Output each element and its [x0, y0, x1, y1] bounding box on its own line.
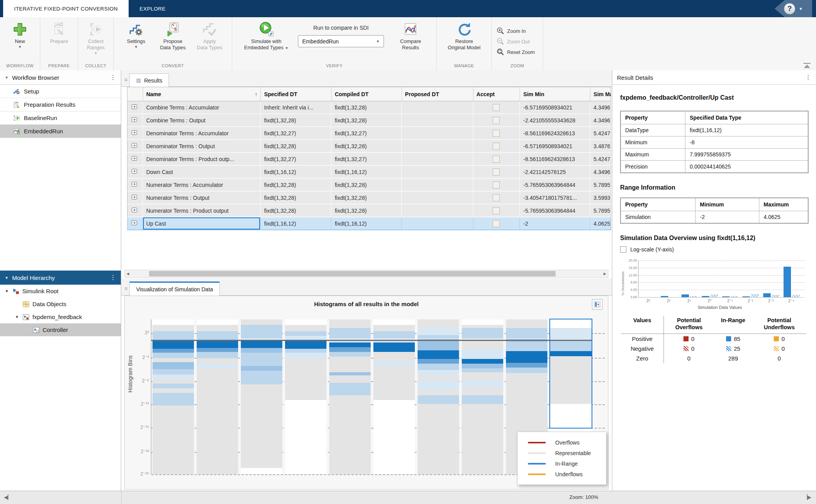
help-button[interactable]: ? ▼ [775, 0, 812, 17]
sim-min-cell: -8.561169624328613 [520, 127, 590, 139]
result-row-down-cast[interactable]: Down Castfixdt(1,16,12)fixdt(1,16,12)-2.… [127, 166, 611, 179]
log-scale-checkbox-row[interactable]: Log-scale (Y-axis) [620, 246, 811, 253]
result-row-numerator-terms-output[interactable]: Numerator Terms : Outputfixdt(1,32,28)fi… [127, 192, 611, 204]
accept-cell[interactable] [473, 114, 520, 126]
sort-ascending-icon[interactable]: ↑ [255, 91, 257, 97]
accept-checkbox[interactable] [493, 104, 500, 111]
column-header-specified-dt[interactable]: Specified DT [261, 87, 332, 101]
histogram-column-denominator-terms-accumulator[interactable] [241, 319, 282, 474]
kebab-icon[interactable]: ⋮ [110, 75, 116, 80]
column-header-sim-max[interactable]: Sim Max [590, 87, 611, 101]
scroll-left-icon[interactable]: ◀ [125, 272, 131, 276]
expand-right-panel-icon[interactable]: ▕▶ [803, 494, 811, 500]
accept-cell[interactable] [473, 140, 520, 152]
result-row-combine-terms-output[interactable]: Combine Terms : Outputfixdt(1,32,28)fixd… [127, 114, 611, 127]
accept-cell[interactable] [473, 179, 520, 191]
tree-expander-icon[interactable]: ▼ [14, 315, 20, 319]
compare-results-button[interactable]: Compare Results [389, 20, 432, 51]
reset-zoom-button[interactable]: Reset Zoom [492, 47, 540, 57]
histogram-column-combine-terms-accumulator[interactable] [152, 319, 194, 474]
accept-checkbox[interactable] [493, 143, 500, 150]
tree-item-fxpdemo-feedback[interactable]: ▼fxpdemo_feedback [0, 310, 121, 323]
scrollbar-thumb[interactable] [149, 271, 556, 276]
tab-explore[interactable]: EXPLORE [129, 0, 177, 17]
run-select-dropdown[interactable]: EmbeddedRun ▼ [298, 35, 384, 47]
result-row-numerator-terms-accumulator[interactable]: Numerator Terms : Accumulatorfixdt(1,32,… [127, 179, 611, 192]
panel-grip-icon[interactable]: ≡ [124, 285, 127, 292]
histogram-column-denominator-terms-output[interactable] [285, 319, 326, 474]
result-row-up-cast[interactable]: Up Castfixdt(1,16,12)fixdt(1,16,12)-24.0… [127, 217, 611, 230]
prepare-button[interactable]: Prepare [41, 20, 77, 45]
column-header-icon[interactable] [127, 87, 143, 101]
histogram-column-numerator-terms-accumulator[interactable] [418, 319, 459, 474]
workflow-item-preparation-results[interactable]: Preparation Results [0, 98, 121, 111]
histogram-segment [462, 364, 503, 368]
column-header-proposed-dt[interactable]: Proposed DT [402, 87, 473, 101]
settings-button[interactable]: Settings ▼ [118, 20, 154, 49]
histogram-column-down-cast[interactable] [373, 319, 415, 474]
tree-item-controller[interactable]: Controller [0, 323, 121, 336]
column-header-sim-min[interactable]: Sim Min [520, 87, 590, 101]
column-header-compiled-dt[interactable]: Compiled DT [332, 87, 402, 101]
plot-options-button[interactable] [592, 299, 603, 310]
accept-cell[interactable] [473, 127, 520, 139]
accept-cell[interactable] [473, 166, 520, 178]
accept-checkbox[interactable] [493, 156, 500, 163]
sim-min-cell: -2.421142578125 [520, 166, 590, 178]
accept-checkbox[interactable] [493, 117, 500, 124]
workflow-item-baselinerun[interactable]: BaselineRun [0, 111, 121, 125]
result-row-denominator-terms-accumulator[interactable]: Denominator Terms : Accumulatorfixdt(1,3… [127, 127, 611, 140]
accept-cell[interactable] [473, 153, 520, 165]
apply-data-types-button[interactable]: Apply Data Types [191, 20, 228, 51]
workflow-item-embeddedrun[interactable]: EmbeddedRun [0, 125, 121, 138]
workflow-item-setup[interactable]: Setup [0, 85, 121, 98]
accept-checkbox[interactable] [493, 220, 500, 227]
collect-ranges-button[interactable]: Collect Ranges ▼ [78, 20, 113, 55]
accept-cell[interactable] [473, 204, 520, 217]
accept-checkbox[interactable] [493, 169, 500, 176]
result-row-denominator-terms-product-outp[interactable]: Denominator Terms : Product outp...fixdt… [127, 153, 611, 166]
scroll-right-icon[interactable]: ▶ [602, 272, 608, 276]
histogram-column-denominator-terms-product-output[interactable] [329, 319, 371, 474]
accept-checkbox[interactable] [493, 181, 500, 188]
column-header-name[interactable]: Name↑ [143, 87, 261, 101]
accept-checkbox[interactable] [493, 130, 500, 137]
tree-item-simulink-root[interactable]: ▼Simulink Root [0, 285, 121, 298]
kebab-icon[interactable]: ⋮ [805, 75, 811, 80]
column-header-accept[interactable]: Accept [473, 87, 520, 101]
accept-cell[interactable] [473, 101, 520, 113]
histogram-column-numerator-terms-output[interactable] [462, 319, 503, 474]
kebab-icon[interactable]: ⋮ [110, 275, 116, 280]
subsystem-icon [33, 327, 40, 333]
result-row-denominator-terms-output[interactable]: Denominator Terms : Outputfixdt(1,32,28)… [127, 140, 611, 153]
horizontal-scrollbar[interactable]: ◀ ▶ [124, 270, 608, 278]
chevron-down-icon[interactable]: ▼ [5, 276, 9, 280]
zoom-out-button[interactable]: Zoom Out [492, 36, 534, 47]
tree-expander-icon[interactable]: ▼ [4, 289, 10, 293]
new-button[interactable]: New ▼ [2, 20, 38, 49]
zoom-in-button[interactable]: Zoom In [492, 26, 531, 36]
tab-visualization[interactable]: Visualization of Simulation Data [129, 282, 220, 296]
simulate-with-embedded-types-button[interactable]: Simulate with Embedded Types ▼ [237, 20, 296, 51]
log-scale-checkbox[interactable] [620, 246, 626, 253]
new-icon [12, 20, 28, 38]
signal-icon [131, 169, 138, 175]
restore-original-model-button[interactable]: Restore Original Model [441, 20, 488, 51]
tab-iterative-fixed-point-conversion[interactable]: ITERATIVE FIXED-POINT CONVERSION [3, 0, 129, 17]
panel-grip-icon[interactable]: ≡ [124, 77, 127, 83]
accept-cell[interactable] [473, 217, 520, 230]
accept-checkbox[interactable] [493, 207, 500, 214]
chevron-down-icon[interactable]: ▼ [5, 75, 9, 80]
propose-data-types-button[interactable]: fi Propose Data Types [154, 20, 191, 51]
tab-results[interactable]: ▤ Results [129, 74, 169, 87]
result-row-numerator-terms-product-output[interactable]: Numerator Terms : Product outputfixdt(1,… [127, 204, 611, 217]
tree-item-data-objects[interactable]: Data Objects [0, 298, 121, 310]
histogram-segment [550, 351, 592, 356]
accept-cell[interactable] [473, 192, 520, 204]
accept-checkbox[interactable] [493, 194, 500, 201]
histogram-column-combine-terms-output[interactable] [197, 319, 238, 474]
histogram-segment [550, 340, 592, 351]
collapse-left-panel-icon[interactable]: ◀▏ [4, 494, 12, 500]
result-row-combine-terms-accumulator[interactable]: Combine Terms : AccumulatorInherit: Inhe… [127, 101, 611, 114]
collapse-ribbon-button[interactable] [803, 63, 811, 68]
